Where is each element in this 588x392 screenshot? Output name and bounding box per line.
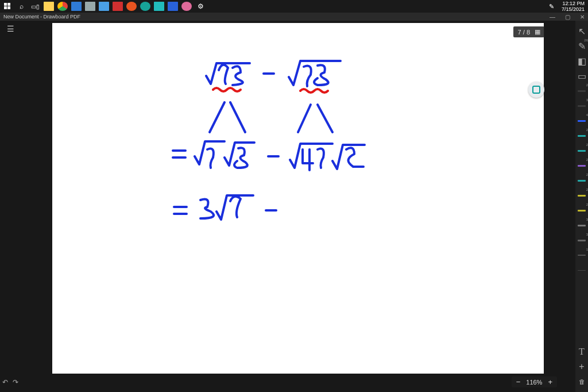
pen-dark-2[interactable]: 3 — [577, 101, 586, 110]
page-indicator[interactable]: 7 / 8 ▦ — [513, 26, 544, 37]
taskbar-left-group: ⌕ ▭▯ ⚙ — [2, 1, 206, 11]
pen-grey-2[interactable]: 3 — [577, 236, 586, 245]
adobe-icon[interactable] — [113, 2, 123, 11]
settings-taskbar-icon[interactable]: ⚙ — [195, 1, 206, 11]
pen-yellow-1[interactable]: 2 — [577, 191, 586, 200]
chrome-icon[interactable] — [57, 2, 68, 11]
badge-inner-icon — [532, 86, 540, 94]
zoom-control: − 116% + — [512, 376, 557, 387]
canvas-area: 7 / 8 ▦ − 116% + — [21, 21, 575, 392]
outlook-icon[interactable] — [71, 2, 82, 11]
window-title: New Document - Drawboard PDF — [3, 14, 80, 20]
minimize-button[interactable]: — — [549, 14, 556, 20]
app-teal-icon[interactable] — [154, 2, 164, 11]
handwriting-ink — [138, 34, 425, 241]
start-button[interactable] — [2, 1, 13, 11]
zoom-level-label: 116% — [526, 379, 542, 386]
paint-icon[interactable] — [181, 2, 192, 11]
thumbnails-icon[interactable]: ▦ — [535, 28, 540, 36]
close-button[interactable]: ✕ — [579, 14, 586, 20]
app-grey-icon[interactable] — [85, 2, 95, 11]
page-count-label: 7 / 8 — [518, 29, 530, 36]
shape-tool[interactable]: ▭ — [577, 71, 586, 80]
zoom-out-button[interactable]: − — [516, 378, 521, 386]
file-explorer-icon[interactable] — [44, 2, 54, 11]
floating-badge[interactable] — [528, 82, 544, 98]
taskbar-right-group: ✎ 12:12 PM 7/15/2021 — [547, 0, 585, 13]
windows-taskbar: ⌕ ▭▯ ⚙ ✎ 12:12 PM 7/15/2021 — [0, 0, 588, 13]
search-icon[interactable]: ⌕ — [16, 1, 26, 11]
svg-rect-1 — [7, 3, 10, 6]
ubuntu-icon[interactable] — [126, 2, 137, 11]
system-clock[interactable]: 12:12 PM 7/15/2021 — [562, 1, 585, 12]
stylus-icon[interactable]: ✎ — [547, 1, 557, 11]
trash-tool[interactable]: 🗑 — [577, 377, 586, 386]
pen-small[interactable]: 1 — [577, 251, 586, 260]
pen-teal-3[interactable]: 2 — [577, 176, 586, 185]
pen-grey-1[interactable]: 3 — [577, 221, 586, 230]
pen-teal-2[interactable]: 2 — [577, 146, 586, 155]
app-blue-icon[interactable] — [99, 2, 109, 11]
pen-blue[interactable]: 4 — [577, 116, 586, 125]
system-date: 7/15/2021 — [562, 6, 585, 12]
cursor-tool[interactable]: ↖ — [577, 26, 586, 36]
svg-rect-0 — [4, 3, 7, 6]
svg-rect-2 — [4, 6, 7, 9]
window-titlebar: New Document - Drawboard PDF — ▢ ✕ — [0, 13, 588, 21]
maximize-button[interactable]: ▢ — [564, 14, 571, 20]
eraser-tool[interactable]: ◧ — [577, 56, 586, 66]
undo-button[interactable]: ↶ — [2, 378, 8, 386]
mail-icon[interactable] — [168, 2, 178, 11]
pen-count-tool[interactable]: ✎26 — [577, 41, 586, 51]
document-page[interactable] — [52, 23, 544, 374]
system-time: 12:12 PM — [562, 1, 585, 6]
zoom-in-button[interactable]: + — [548, 378, 552, 386]
left-panel: ☰ ↶ ↷ — [0, 21, 21, 392]
pen-teal-1[interactable]: 2 — [577, 131, 586, 140]
svg-rect-3 — [7, 6, 10, 9]
pen-yellow-2[interactable]: 2 — [577, 206, 586, 215]
hamburger-menu[interactable]: ☰ — [7, 24, 14, 33]
pen-dark-1[interactable]: 2 — [577, 86, 586, 95]
app-body: ☰ ↶ ↷ — [0, 21, 588, 392]
task-view-icon[interactable]: ▭▯ — [30, 1, 40, 11]
add-tool-button[interactable]: + — [577, 362, 586, 371]
redo-button[interactable]: ↷ — [13, 378, 18, 386]
line-tool[interactable] — [577, 266, 586, 275]
text-tool[interactable]: T — [577, 347, 586, 356]
drawboard-icon[interactable] — [140, 2, 150, 11]
pen-purple[interactable]: 2 — [577, 161, 586, 170]
right-toolbar: ↖ ✎26 ◧ ▭ 2 3 4 2 2 2 2 2 2 3 3 1 T + 🗑 — [575, 21, 588, 392]
